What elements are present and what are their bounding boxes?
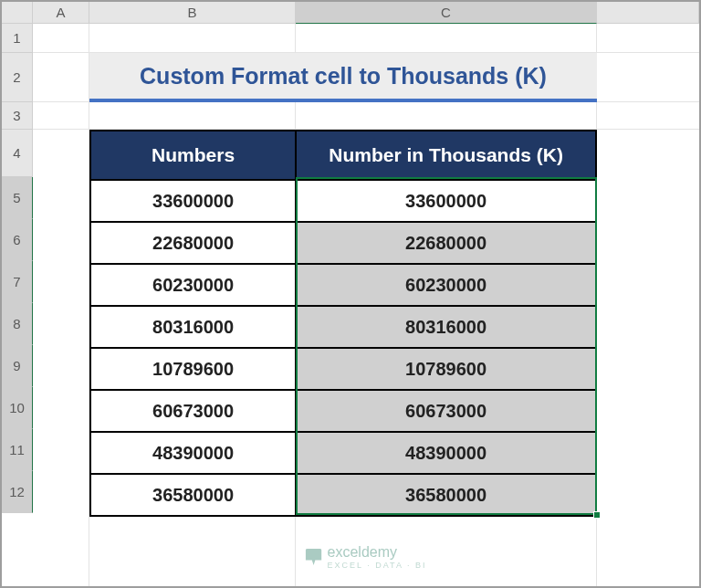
- row-header-5[interactable]: 5: [2, 177, 33, 219]
- table-row: 10789600 10789600: [91, 347, 595, 389]
- watermark-sub: EXCEL · DATA · BI: [328, 561, 427, 570]
- cell-c5[interactable]: 33600000: [297, 181, 595, 221]
- col-header-rest[interactable]: [597, 2, 699, 24]
- select-all-corner[interactable]: [2, 2, 33, 24]
- cell-c7[interactable]: 60230000: [297, 265, 595, 305]
- spreadsheet: A B C 1 2 3 4 5 6 7 8 9 10 11 12 Custom …: [0, 0, 701, 588]
- row-header-7[interactable]: 7: [2, 261, 33, 303]
- row-header-4[interactable]: 4: [2, 130, 33, 177]
- cell-b5[interactable]: 33600000: [91, 181, 297, 221]
- fill-handle[interactable]: [593, 511, 601, 519]
- watermark-icon: [306, 549, 322, 565]
- title-cell[interactable]: Custom Format cell to Thousands (K): [89, 53, 597, 102]
- table-row: 22680000 22680000: [91, 221, 595, 263]
- cell-c12[interactable]: 36580000: [297, 475, 595, 515]
- gridline: [33, 24, 89, 586]
- column-headers: A B C: [33, 2, 699, 24]
- cell-c6[interactable]: 22680000: [297, 223, 595, 263]
- row-header-2[interactable]: 2: [2, 53, 33, 102]
- row-headers: 1 2 3 4 5 6 7 8 9 10 11 12: [2, 24, 33, 513]
- col-header-c[interactable]: C: [296, 2, 597, 24]
- header-thousands[interactable]: Number in Thousands (K): [297, 131, 595, 179]
- cell-b9[interactable]: 10789600: [91, 349, 297, 389]
- row-header-8[interactable]: 8: [2, 303, 33, 345]
- table-row: 48390000 48390000: [91, 431, 595, 473]
- table-row: 60673000 60673000: [91, 389, 595, 431]
- cell-b12[interactable]: 36580000: [91, 475, 297, 515]
- cell-c10[interactable]: 60673000: [297, 391, 595, 431]
- data-table: Numbers Number in Thousands (K) 33600000…: [89, 130, 597, 517]
- row-header-9[interactable]: 9: [2, 345, 33, 387]
- cell-c8[interactable]: 80316000: [297, 307, 595, 347]
- cell-b6[interactable]: 22680000: [91, 223, 297, 263]
- row-header-3[interactable]: 3: [2, 102, 33, 130]
- watermark-name: exceldemy: [328, 544, 427, 561]
- col-header-b[interactable]: B: [89, 2, 296, 24]
- cell-b11[interactable]: 48390000: [91, 433, 297, 473]
- table-header-row: Numbers Number in Thousands (K): [91, 131, 595, 179]
- watermark-text: exceldemy EXCEL · DATA · BI: [328, 544, 427, 570]
- row-header-12[interactable]: 12: [2, 471, 33, 513]
- cell-b8[interactable]: 80316000: [91, 307, 297, 347]
- watermark: exceldemy EXCEL · DATA · BI: [306, 544, 427, 570]
- row-header-6[interactable]: 6: [2, 219, 33, 261]
- table-row: 36580000 36580000: [91, 473, 595, 515]
- table-row: 80316000 80316000: [91, 305, 595, 347]
- table-row: 33600000 33600000: [91, 179, 595, 221]
- row-header-10[interactable]: 10: [2, 387, 33, 429]
- row-header-1[interactable]: 1: [2, 24, 33, 53]
- cell-c9[interactable]: 10789600: [297, 349, 595, 389]
- table-row: 60230000 60230000: [91, 263, 595, 305]
- header-numbers[interactable]: Numbers: [91, 131, 297, 179]
- row-header-11[interactable]: 11: [2, 429, 33, 471]
- col-header-a[interactable]: A: [33, 2, 89, 24]
- cell-b10[interactable]: 60673000: [91, 391, 297, 431]
- grid-area[interactable]: Custom Format cell to Thousands (K) Numb…: [33, 24, 699, 586]
- cell-c11[interactable]: 48390000: [297, 433, 595, 473]
- cell-b7[interactable]: 60230000: [91, 265, 297, 305]
